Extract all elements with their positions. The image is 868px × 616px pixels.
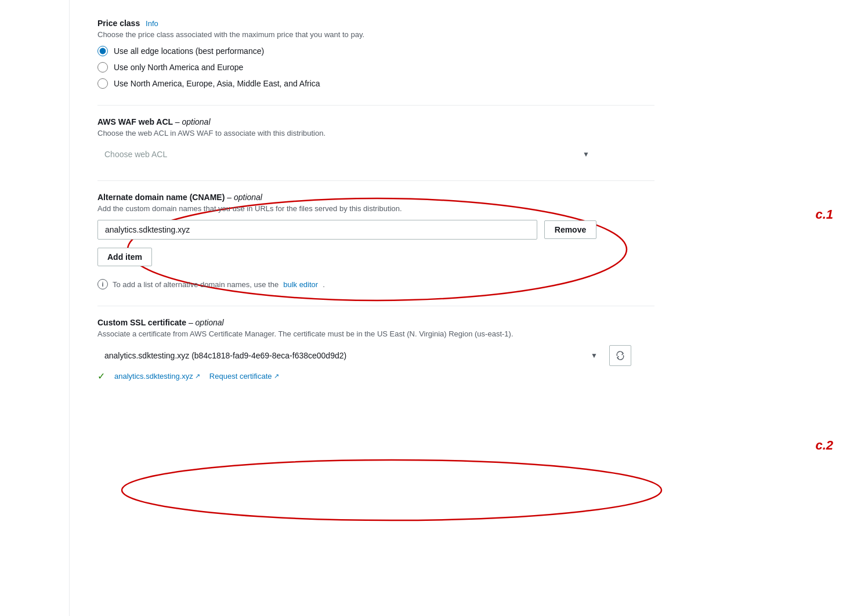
request-cert-text: Request certificate xyxy=(209,372,272,381)
price-class-title: Price class xyxy=(97,19,140,28)
cname-input-row: Remove xyxy=(97,220,596,240)
add-item-button[interactable]: Add item xyxy=(97,248,152,266)
sidebar xyxy=(0,0,70,616)
radio-all-edge-label: Use all edge locations (best performance… xyxy=(114,46,264,56)
waf-label: AWS WAF web ACL – optional xyxy=(97,117,840,126)
radio-na-eu-label: Use only North America and Europe xyxy=(114,63,243,72)
cert-domain-link[interactable]: analytics.sdktesting.xyz ↗ xyxy=(114,372,200,381)
ssl-select-wrapper: ▼ analytics.sdktesting.xyz (b84c1818-fad… xyxy=(97,346,605,365)
ssl-section: Custom SSL certificate – optional Associ… xyxy=(97,318,840,382)
cname-title: Alternate domain name (CNAME) xyxy=(97,193,225,202)
bulk-editor-link[interactable]: bulk editor xyxy=(283,280,318,289)
cname-period: . xyxy=(323,280,325,289)
cert-success-icon: ✓ xyxy=(97,371,105,382)
price-class-radio-group: Use all edge locations (best performance… xyxy=(97,46,840,89)
ssl-select-row: ▼ analytics.sdktesting.xyz (b84c1818-fad… xyxy=(97,345,631,366)
cname-label: Alternate domain name (CNAME) – optional xyxy=(97,193,840,202)
cert-links: ✓ analytics.sdktesting.xyz ↗ Request cer… xyxy=(97,371,840,382)
ssl-optional: – optional xyxy=(189,318,224,327)
radio-na-eu-input[interactable] xyxy=(97,62,108,73)
cname-info-text: To add a list of alternative domain name… xyxy=(113,280,279,289)
annotation-c1-label: c.1 xyxy=(815,207,833,222)
svg-point-1 xyxy=(122,460,661,520)
waf-select-wrapper: ▼ Choose web ACL xyxy=(97,144,596,164)
divider-1 xyxy=(97,105,654,106)
waf-optional: – optional xyxy=(175,117,211,126)
radio-all-edge-input[interactable] xyxy=(97,46,108,56)
radio-na-eu-asia[interactable]: Use North America, Europe, Asia, Middle … xyxy=(97,78,840,89)
cname-section: Alternate domain name (CNAME) – optional… xyxy=(97,193,840,289)
cname-description: Add the custom domain names that you use… xyxy=(97,204,840,213)
refresh-icon xyxy=(615,350,625,361)
waf-title: AWS WAF web ACL xyxy=(97,117,173,126)
cert-domain-text: analytics.sdktesting.xyz xyxy=(114,372,193,381)
price-class-description: Choose the price class associated with t… xyxy=(97,30,840,39)
price-class-label: Price class Info xyxy=(97,19,840,28)
ssl-label: Custom SSL certificate – optional xyxy=(97,318,840,327)
waf-description: Choose the web ACL in AWS WAF to associa… xyxy=(97,129,840,137)
cname-optional: – optional xyxy=(227,193,262,202)
radio-na-eu-asia-input[interactable] xyxy=(97,78,108,89)
divider-2 xyxy=(97,180,654,181)
main-content: Price class Info Choose the price class … xyxy=(70,0,868,616)
price-class-info-link[interactable]: Info xyxy=(146,19,158,28)
divider-3 xyxy=(97,306,654,306)
cert-domain-ext-icon: ↗ xyxy=(195,372,200,380)
waf-section: AWS WAF web ACL – optional Choose the we… xyxy=(97,117,840,164)
ssl-description: Associate a certificate from AWS Certifi… xyxy=(97,329,840,338)
radio-na-eu-asia-label: Use North America, Europe, Asia, Middle … xyxy=(114,79,320,88)
radio-all-edge[interactable]: Use all edge locations (best performance… xyxy=(97,46,840,56)
annotation-c2-label: c.2 xyxy=(815,438,833,453)
annotation-overlay xyxy=(70,0,868,616)
request-cert-ext-icon: ↗ xyxy=(274,372,279,380)
cname-remove-button[interactable]: Remove xyxy=(544,220,596,239)
request-cert-link[interactable]: Request certificate ↗ xyxy=(209,372,279,381)
ssl-title: Custom SSL certificate xyxy=(97,318,186,327)
cname-input[interactable] xyxy=(97,220,537,240)
ssl-refresh-button[interactable] xyxy=(609,345,631,366)
radio-na-eu[interactable]: Use only North America and Europe xyxy=(97,62,840,73)
cname-info-note: i To add a list of alternative domain na… xyxy=(97,279,840,289)
info-icon: i xyxy=(97,279,108,289)
price-class-section: Price class Info Choose the price class … xyxy=(97,19,840,89)
